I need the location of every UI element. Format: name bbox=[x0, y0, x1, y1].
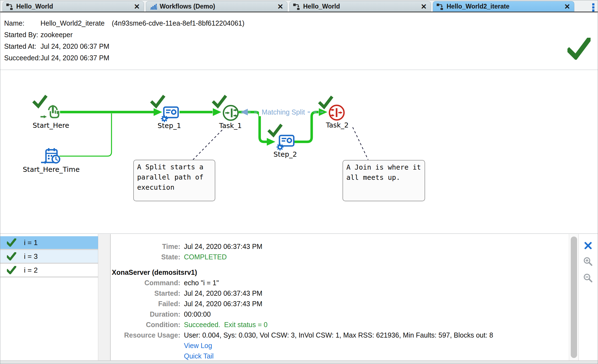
tab-close-icon[interactable]: ✕ bbox=[275, 3, 283, 10]
view-log-link[interactable]: View Log bbox=[184, 342, 212, 350]
node-step-1-icon[interactable] bbox=[161, 107, 178, 122]
details-toolbar bbox=[579, 234, 597, 360]
name-label: Name: bbox=[0, 19, 40, 27]
close-details-icon[interactable] bbox=[584, 242, 592, 249]
app-window: Hello_World ✕ Workflows (Demo) ✕ bbox=[0, 0, 598, 364]
succeeded-value: Jul 24, 2020 06:37 PM bbox=[40, 54, 109, 62]
detail-row-resource-usage: Resource Usage: User: 0.004, Sys: 0.030,… bbox=[111, 330, 569, 340]
info-row-name: Name: Hello_World2_iterate (4n93sme6-cdv… bbox=[0, 17, 598, 29]
duration-label: Duration: bbox=[111, 310, 180, 318]
note-line: all meets up. bbox=[346, 172, 421, 183]
started-at-label: Started At: bbox=[0, 42, 40, 50]
quick-tail-link[interactable]: Quick Tail bbox=[184, 352, 214, 360]
tab-overflow-menu-icon[interactable] bbox=[592, 3, 595, 12]
node-start-here-icon[interactable] bbox=[40, 106, 59, 118]
scrollbar-thumb[interactable] bbox=[571, 237, 577, 358]
zoom-in-icon[interactable] bbox=[583, 257, 593, 267]
iteration-row[interactable]: i = 2 bbox=[0, 264, 98, 278]
time-label: Time: bbox=[111, 243, 180, 251]
tab-bar: Hello_World ✕ Workflows (Demo) ✕ bbox=[0, 0, 598, 12]
node-step-2-icon[interactable] bbox=[277, 135, 294, 151]
started-label: Started: bbox=[111, 289, 180, 297]
failed-label: Failed: bbox=[111, 300, 180, 308]
note-line: A Join is where it bbox=[346, 162, 421, 172]
server-heading: XonaServer (demositsrv1) bbox=[111, 267, 569, 278]
detail-row-condition: Condition: Succeeded. Exit status = 0 bbox=[111, 319, 569, 330]
iteration-label: i = 1 bbox=[24, 238, 38, 247]
state-value: COMPLETED bbox=[184, 253, 227, 261]
matching-split-label: Matching Split bbox=[259, 108, 308, 116]
info-row-started-at: Started At: Jul 24, 2020 06:37 PM bbox=[0, 40, 598, 52]
detail-row-quick-tail: Quick Tail bbox=[111, 351, 569, 360]
command-label: Command: bbox=[111, 279, 180, 287]
resource-usage-label: Resource Usage: bbox=[111, 331, 180, 339]
workflow-diagram bbox=[0, 70, 598, 234]
detail-row-failed: Failed: Jul 24, 2020 06:37:43 PM bbox=[111, 298, 569, 309]
tab-hello-world2-iterate-active[interactable]: Hello_World2_iterate ✕ bbox=[433, 1, 574, 12]
iteration-row-selected[interactable]: i = 1 bbox=[0, 236, 98, 250]
tab-label: Hello_World2_iterate bbox=[447, 3, 509, 10]
iteration-details-panel: Time: Jul 24, 2020 06:37:43 PM State: CO… bbox=[111, 234, 569, 360]
workflow-info-panel: Name: Hello_World2_iterate (4n93sme6-cdv… bbox=[0, 12, 598, 70]
node-start-here-time-icon[interactable] bbox=[41, 148, 60, 164]
time-value: Jul 24, 2020 06:37:43 PM bbox=[184, 243, 262, 251]
node-label-task-1: Task_1 bbox=[219, 122, 242, 130]
join-annotation-note: A Join is where it all meets up. bbox=[343, 160, 425, 201]
node-task-1-icon[interactable] bbox=[224, 106, 238, 120]
run-details-section: i = 1 i = 3 i = 2 Time: Jul 24, 2020 06:… bbox=[0, 234, 598, 360]
tab-close-icon[interactable]: ✕ bbox=[562, 3, 570, 10]
info-row-started-by: Started By: zookeeper bbox=[0, 29, 598, 40]
success-check-icon bbox=[7, 238, 16, 247]
success-check-icon bbox=[7, 266, 16, 274]
node-label-task-2: Task_2 bbox=[326, 121, 349, 129]
workflow-icon bbox=[293, 3, 300, 10]
details-scrollbar[interactable] bbox=[569, 234, 579, 360]
detail-row-started: Started: Jul 24, 2020 06:37:43 PM bbox=[111, 288, 569, 298]
node-task-2-icon[interactable] bbox=[330, 105, 344, 120]
window-footer-strip bbox=[0, 360, 598, 364]
detail-row-view-log: View Log bbox=[111, 340, 569, 351]
node-label-start-here-time: Start_Here_Time bbox=[23, 165, 80, 173]
workflow-uuid: (4n93sme6-cdve-11ea-8ef1-8bf612204061) bbox=[112, 19, 244, 27]
info-row-succeeded: Succeeded: Jul 24, 2020 06:37 PM bbox=[0, 52, 598, 64]
tab-hello-world-1[interactable]: Hello_World ✕ bbox=[2, 1, 144, 12]
note-line: parallel path of bbox=[137, 172, 211, 182]
condition-value: Succeeded. Exit status = 0 bbox=[184, 321, 268, 329]
failed-value: Jul 24, 2020 06:37:43 PM bbox=[184, 300, 262, 308]
node-label-step-2: Step_2 bbox=[273, 150, 297, 158]
detail-row-command: Command: echo "i = 1" bbox=[111, 278, 569, 288]
detail-row-state: State: COMPLETED bbox=[111, 252, 569, 262]
iteration-list: i = 1 i = 3 i = 2 bbox=[0, 234, 98, 360]
succeeded-label: Succeeded: bbox=[0, 54, 40, 62]
workflow-icon bbox=[6, 3, 13, 10]
started-by-value: zookeeper bbox=[40, 31, 73, 39]
tab-close-icon[interactable]: ✕ bbox=[132, 3, 140, 10]
workflow-canvas[interactable]: Start_Here Start_Here_Time Step_1 Task_1… bbox=[0, 70, 598, 234]
workflow-name-value: Hello_World2_iterate bbox=[40, 19, 105, 27]
started-at-value: Jul 24, 2020 06:37 PM bbox=[40, 42, 109, 50]
iteration-label: i = 2 bbox=[24, 266, 38, 275]
condition-label: Condition: bbox=[111, 321, 180, 329]
tab-close-icon[interactable]: ✕ bbox=[418, 3, 427, 10]
workflows-icon bbox=[150, 3, 157, 10]
tab-hello-world-2[interactable]: Hello_World ✕ bbox=[289, 1, 431, 12]
command-value: echo "i = 1" bbox=[184, 279, 219, 287]
node-label-start-here: Start_Here bbox=[33, 121, 69, 129]
tab-label: Hello_World bbox=[16, 3, 53, 10]
tab-label: Hello_World bbox=[303, 3, 340, 10]
panel-divider bbox=[99, 234, 111, 360]
split-annotation-note: A Split starts a parallel path of execut… bbox=[133, 160, 215, 201]
note-line: execution bbox=[137, 182, 211, 192]
state-label: State: bbox=[111, 253, 180, 261]
note-line: A Split starts a bbox=[137, 162, 211, 172]
detail-row-duration: Duration: 00:00:00 bbox=[111, 309, 569, 319]
success-check-icon bbox=[7, 252, 16, 260]
success-checkmark-icon bbox=[567, 38, 591, 60]
iteration-row[interactable]: i = 3 bbox=[0, 250, 98, 264]
resource-usage-value: User: 0.004, Sys: 0.030, Vol CSW: 3, InV… bbox=[184, 331, 493, 339]
zoom-out-icon[interactable] bbox=[583, 273, 593, 283]
started-value: Jul 24, 2020 06:37:43 PM bbox=[184, 289, 262, 297]
iteration-label: i = 3 bbox=[24, 252, 38, 261]
detail-row-time: Time: Jul 24, 2020 06:37:43 PM bbox=[111, 241, 569, 252]
tab-workflows-demo[interactable]: Workflows (Demo) ✕ bbox=[146, 1, 287, 12]
